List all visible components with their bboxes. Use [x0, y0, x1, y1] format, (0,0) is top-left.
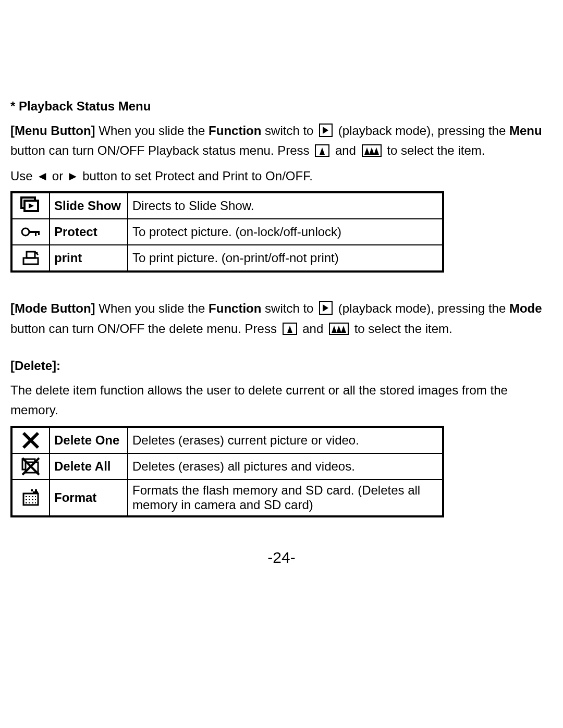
text: switch to — [261, 301, 317, 315]
paragraph-use-arrows: Use ◄ or ► button to set Protect and Pri… — [10, 166, 553, 186]
table-row: Slide Show Directs to Slide Show. — [11, 192, 443, 219]
table-row: Delete One Deletes (erases) current pict… — [11, 427, 443, 453]
down-button-icon — [329, 323, 349, 335]
text: Use — [10, 169, 36, 183]
table-row: print To print picture. (on-print/off-no… — [11, 245, 443, 272]
cell-desc: Formats the flash memory and SD card. (D… — [128, 479, 443, 516]
paragraph-menu-button: [Menu Button] When you slide the Functio… — [10, 121, 553, 161]
text: button can turn ON/OFF the delete menu. … — [10, 322, 280, 336]
manual-page: * Playback Status Menu [Menu Button] Whe… — [0, 0, 563, 728]
text: and — [299, 322, 327, 336]
table-row: Delete All Deletes (erases) all pictures… — [11, 453, 443, 479]
label-menu-button: [Menu Button] — [10, 124, 95, 138]
text: and — [332, 143, 359, 157]
print-icon — [11, 245, 50, 272]
cell-label: print — [50, 245, 128, 272]
section-heading-delete: [Delete]: — [10, 359, 553, 373]
cell-label: Format — [50, 479, 128, 516]
page-number: -24- — [0, 549, 563, 566]
svg-rect-6 — [38, 231, 40, 235]
up-button-icon — [315, 144, 329, 157]
cell-desc: To print picture. (on-print/off-not prin… — [128, 245, 443, 272]
delete-all-icon — [11, 453, 50, 479]
svg-rect-4 — [29, 231, 39, 233]
cell-desc: Directs to Slide Show. — [128, 192, 443, 219]
label-menu: Menu — [509, 124, 542, 138]
up-button-icon — [283, 323, 297, 335]
label-function: Function — [209, 301, 261, 315]
format-icon — [11, 479, 50, 516]
text: When you slide the — [95, 124, 209, 138]
cell-desc: Deletes (erases) current picture or vide… — [128, 427, 443, 453]
cell-label: Delete One — [50, 427, 128, 453]
paragraph-mode-button: [Mode Button] When you slide the Functio… — [10, 299, 553, 339]
svg-rect-5 — [35, 231, 36, 236]
delete-table: Delete One Deletes (erases) current pict… — [10, 426, 444, 517]
text: button to set Protect and Print to On/OF… — [79, 169, 313, 183]
svg-rect-21 — [35, 489, 37, 491]
delete-one-icon — [11, 427, 50, 453]
playback-status-table: Slide Show Directs to Slide Show. Protec… — [10, 191, 444, 273]
left-arrow-icon: ◄ — [36, 169, 48, 183]
right-arrow-icon: ► — [67, 169, 79, 183]
svg-point-3 — [22, 228, 29, 236]
svg-rect-22 — [33, 491, 38, 493]
text: When you slide the — [95, 301, 209, 315]
text: (playback mode), pressing the — [335, 124, 509, 138]
playback-mode-icon — [319, 301, 333, 315]
cell-label: Protect — [50, 219, 128, 245]
label-function: Function — [209, 124, 261, 138]
paragraph-delete-intro: The delete item function allows the user… — [10, 380, 553, 421]
table-row: Protect To protect picture. (on-lock/off… — [11, 219, 443, 245]
svg-rect-20 — [31, 489, 33, 491]
svg-point-9 — [36, 252, 38, 254]
text: button can turn ON/OFF Playback status m… — [10, 143, 313, 157]
cell-desc: To protect picture. (on-lock/off-unlock) — [128, 219, 443, 245]
svg-rect-8 — [27, 252, 35, 258]
label-mode-button: [Mode Button] — [10, 301, 95, 315]
text: to select the item. — [351, 322, 452, 336]
protect-key-icon — [11, 219, 50, 245]
svg-rect-7 — [23, 258, 38, 264]
text: to select the item. — [384, 143, 485, 157]
section-heading-playback-status: * Playback Status Menu — [10, 99, 553, 114]
text: (playback mode), pressing the — [335, 301, 509, 315]
cell-label: Delete All — [50, 453, 128, 479]
cell-desc: Deletes (erases) all pictures and videos… — [128, 453, 443, 479]
down-button-icon — [362, 144, 382, 157]
slide-show-icon — [11, 192, 50, 219]
text: switch to — [261, 124, 317, 138]
playback-mode-icon — [319, 124, 333, 137]
text: or — [48, 169, 67, 183]
cell-label: Slide Show — [50, 192, 128, 219]
label-mode: Mode — [509, 301, 542, 315]
table-row: Format Formats the flash memory and SD c… — [11, 479, 443, 516]
